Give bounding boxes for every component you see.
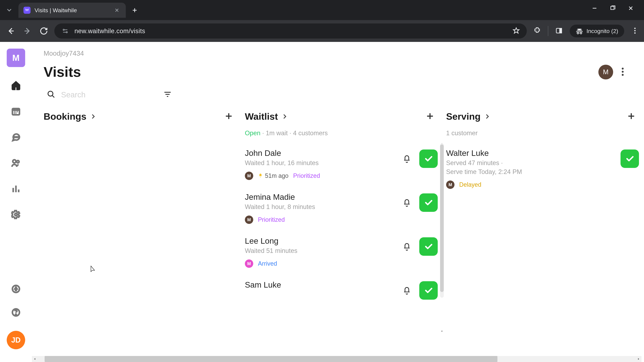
notified-ago: 51m ago (258, 172, 288, 179)
svg-point-2 (66, 32, 68, 33)
svg-rect-0 (611, 6, 614, 9)
svg-point-20 (622, 67, 624, 69)
nav-customers-icon[interactable] (11, 158, 21, 168)
nav-home-icon[interactable] (11, 80, 21, 90)
status-tag: Arrived (258, 260, 277, 267)
browser-forward-button[interactable] (22, 25, 33, 37)
svg-point-11 (14, 137, 15, 138)
new-tab-button[interactable] (129, 4, 140, 16)
notify-button[interactable] (400, 151, 414, 166)
nav-upgrade-icon[interactable] (11, 284, 21, 294)
complete-button[interactable] (419, 237, 438, 256)
svg-point-14 (13, 160, 16, 163)
tab-search-dropdown[interactable] (0, 0, 18, 20)
page-title: Visits (44, 64, 81, 80)
visit-card[interactable]: John DaleWaited 1 hour, 16 minutesM51m a… (245, 143, 444, 187)
svg-point-16 (15, 213, 17, 216)
header-avatar[interactable]: M (598, 65, 613, 79)
sidepanel-icon[interactable] (555, 27, 563, 35)
visitor-name: Lee Long (245, 236, 396, 246)
nav-settings-icon[interactable] (11, 210, 21, 220)
column-serving-title: Serving (446, 111, 480, 122)
svg-point-12 (16, 137, 17, 138)
site-info-icon[interactable] (61, 27, 70, 35)
filter-icon[interactable] (163, 90, 172, 99)
visit-card[interactable]: Sam Luke (245, 275, 444, 307)
add-serving-button[interactable] (627, 112, 636, 121)
card-meta: Waited 51 minutes (245, 247, 396, 254)
chevron-right-icon (484, 113, 490, 120)
column-serving-header[interactable]: Serving (446, 111, 490, 122)
waitlist-status-rest: · 1m wait · 4 customers (260, 130, 328, 137)
nav-messages-icon[interactable] (11, 132, 21, 142)
card-meta-2: Serve time Today, 2:24 PM (446, 168, 616, 175)
complete-button[interactable] (419, 149, 438, 168)
horizontal-scrollbar[interactable] (32, 356, 642, 362)
url-text: new.waitwhile.com/visits (74, 27, 145, 35)
visit-card[interactable]: Lee LongWaited 51 minutesMArrived (245, 231, 444, 275)
complete-button[interactable] (419, 281, 438, 300)
workspace-name: Moodjoy7434 (44, 50, 634, 57)
notify-button[interactable] (400, 283, 414, 298)
status-tag: Prioritized (293, 172, 320, 179)
nav-calendar-icon[interactable] (11, 106, 21, 116)
column-bookings-header[interactable]: Bookings (44, 111, 96, 122)
card-meta: Waited 1 hour, 8 minutes (245, 203, 396, 211)
status-tag: Prioritized (258, 216, 285, 223)
assignee-avatar: M (245, 216, 253, 224)
svg-point-6 (580, 32, 582, 34)
svg-point-22 (622, 74, 624, 76)
waitlist-status: Open · 1m wait · 4 customers (245, 130, 444, 143)
hscroll-thumb[interactable] (44, 356, 498, 362)
assignee-avatar: M (245, 172, 253, 180)
search-icon (47, 90, 55, 99)
nav-help-icon[interactable] (11, 307, 21, 318)
notify-button[interactable] (400, 239, 414, 254)
visitor-name: Jemina Madie (245, 192, 396, 202)
svg-point-13 (18, 137, 18, 138)
svg-point-9 (634, 32, 636, 34)
column-waitlist-title: Waitlist (245, 111, 278, 122)
current-user-avatar[interactable]: JD (7, 331, 25, 349)
nav-analytics-icon[interactable] (11, 184, 21, 194)
svg-point-19 (16, 314, 16, 315)
add-booking-button[interactable] (224, 112, 233, 121)
svg-point-8 (634, 30, 636, 31)
workspace-logo[interactable]: M (7, 49, 25, 67)
browser-tab[interactable]: Visits | Waitwhile (18, 3, 126, 18)
toolbar-divider (548, 26, 548, 36)
notify-button[interactable] (400, 195, 414, 210)
search-input[interactable] (61, 90, 148, 99)
tab-title: Visits | Waitwhile (34, 7, 77, 13)
serving-status: 1 customer (446, 130, 644, 143)
visit-card[interactable]: Walter LukeServed 47 minutes ·Serve time… (446, 143, 644, 196)
chevron-right-icon (90, 113, 96, 120)
visitor-name: Walter Luke (446, 148, 616, 158)
incognito-indicator[interactable]: Incognito (2) (570, 25, 624, 37)
chrome-menu-icon[interactable] (631, 27, 639, 35)
hscroll-left-arrow[interactable] (32, 356, 38, 362)
column-waitlist: Waitlist Open · 1m wait · 4 customers J (245, 109, 446, 356)
more-menu-icon[interactable] (622, 67, 624, 77)
hscroll-right-arrow[interactable] (636, 356, 642, 362)
visitor-name: John Dale (245, 148, 396, 158)
card-meta: Served 47 minutes · (446, 159, 616, 167)
close-window-icon[interactable] (628, 5, 634, 12)
browser-back-button[interactable] (5, 25, 17, 37)
maximize-window-icon[interactable] (610, 5, 616, 12)
complete-button[interactable] (419, 193, 438, 212)
add-waitlist-button[interactable] (426, 112, 434, 121)
visit-card[interactable]: Jemina MadieWaited 1 hour, 8 minutesMPri… (245, 187, 444, 231)
bookmark-star-icon[interactable] (512, 27, 520, 35)
close-tab-icon[interactable] (114, 7, 120, 13)
minimize-window-icon[interactable] (591, 5, 598, 12)
address-bar[interactable]: new.waitwhile.com/visits (54, 23, 527, 38)
column-waitlist-header[interactable]: Waitlist (245, 111, 288, 122)
svg-point-21 (622, 71, 624, 73)
waitlist-open-label: Open (245, 130, 260, 137)
browser-reload-button[interactable] (38, 25, 50, 37)
extensions-icon[interactable] (533, 27, 541, 35)
complete-button[interactable] (620, 149, 639, 168)
incognito-label: Incognito (2) (586, 28, 618, 34)
assignee-avatar: M (446, 180, 454, 189)
